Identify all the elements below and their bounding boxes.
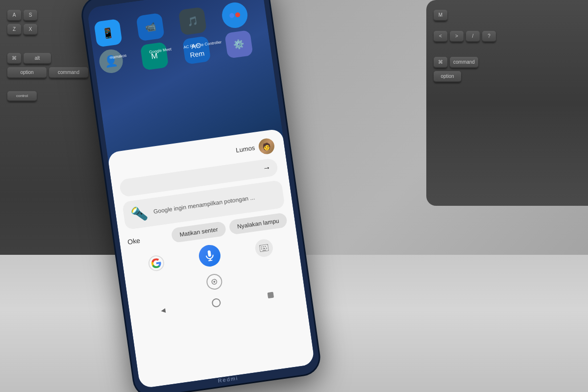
scan-button[interactable] xyxy=(205,273,223,291)
svg-point-14 xyxy=(213,281,216,283)
nav-back-button[interactable]: ◀ xyxy=(161,307,166,314)
app-icon-2[interactable]: 📹 xyxy=(136,13,165,42)
google-button[interactable] xyxy=(147,254,165,272)
app-icon-mamakos[interactable]: 👤 xyxy=(98,48,124,74)
key-cmd-symbol: ⌘ xyxy=(7,53,21,64)
key-lt: < xyxy=(434,31,447,42)
key-cmd-right: ⌘ xyxy=(434,57,447,68)
key-control: control xyxy=(7,91,37,101)
app-icon-3[interactable]: 🎵 xyxy=(178,7,207,36)
app-icon-google-assistant[interactable] xyxy=(220,1,249,30)
key-option-right: option xyxy=(434,71,461,82)
keyboard-button[interactable] xyxy=(254,238,274,258)
nav-recent-button[interactable] xyxy=(267,292,274,299)
user-name-label: Lumos xyxy=(235,144,255,154)
svg-point-0 xyxy=(229,13,235,18)
key-command-left: command xyxy=(49,67,88,78)
key-option-left: option xyxy=(7,67,47,78)
svg-rect-8 xyxy=(265,246,266,247)
svg-line-4 xyxy=(208,260,212,261)
svg-rect-2 xyxy=(207,250,211,257)
key-alt: alt xyxy=(24,53,51,64)
nyalakan-button[interactable]: Nyalakan lampu xyxy=(228,212,288,235)
svg-point-1 xyxy=(235,12,240,18)
keyboard-right: M < > / ? ⌘ command option xyxy=(426,0,588,206)
google-assistant-sheet: Lumos 🧑 → 🔦 Google ingin menampilkan pot… xyxy=(107,128,315,389)
oke-label: Oke xyxy=(127,236,141,245)
mic-button[interactable] xyxy=(197,244,222,268)
user-avatar[interactable]: 🧑 xyxy=(258,137,275,155)
app-icon-1[interactable]: 📱 xyxy=(94,19,122,48)
key-gt: > xyxy=(450,31,464,42)
key-m: M xyxy=(434,10,447,21)
svg-rect-6 xyxy=(261,246,262,247)
nav-home-button[interactable] xyxy=(212,298,221,308)
app-icon-extra[interactable]: ⚙️ xyxy=(224,30,253,59)
key-x: X xyxy=(24,24,37,35)
flashlight-icon: 🔦 xyxy=(130,205,149,223)
key-question: ? xyxy=(482,31,496,42)
app-icon-meet[interactable]: M xyxy=(140,42,169,71)
keyboard-right-keys: M < > / ? ⌘ command option xyxy=(434,10,581,85)
key-a: A xyxy=(7,10,21,21)
key-command-right: command xyxy=(450,57,478,68)
svg-rect-10 xyxy=(263,248,265,249)
svg-rect-9 xyxy=(261,248,262,249)
svg-rect-7 xyxy=(263,246,264,247)
key-s: S xyxy=(24,10,37,21)
svg-rect-11 xyxy=(266,247,267,248)
key-z: Z xyxy=(7,24,21,35)
app-icon-ac[interactable]: ACRem xyxy=(182,36,211,65)
svg-rect-12 xyxy=(262,250,266,251)
key-slash: / xyxy=(466,31,480,42)
arrow-icon: → xyxy=(262,163,271,173)
card-description: Google ingin menampilkan potongan ... xyxy=(153,194,255,216)
matikan-button[interactable]: Matikan senter xyxy=(171,221,227,243)
